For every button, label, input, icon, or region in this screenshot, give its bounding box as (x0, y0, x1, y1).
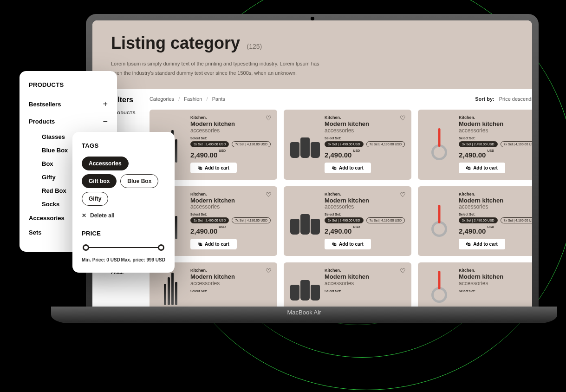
delete-all-button[interactable]: ✕ Delete all (82, 212, 165, 219)
product-subtitle: accessories (459, 280, 532, 287)
product-kicker: Kitchen. (190, 192, 271, 196)
product-price: 2,490.00USD (325, 227, 405, 235)
heart-icon[interactable]: ♡ (266, 267, 272, 274)
set-option-3x[interactable]: 3x Set | 2,490.00 USD (325, 141, 364, 147)
set-option-3x[interactable]: 3x Set | 2,490.00 USD (190, 141, 229, 147)
min-price-label: Min. Price: 0 USD (82, 257, 120, 262)
product-kicker: Kitchen. (459, 115, 532, 120)
hero-banner: Listing category (125) Lorem Ipsum is si… (92, 20, 532, 89)
sidebar-item-products[interactable]: Products − (29, 113, 108, 130)
product-price: 2,490.00USD (190, 151, 271, 159)
breadcrumb-sep: / (178, 96, 180, 102)
set-option-7x[interactable]: 7x Set | 4,190.00 USD (501, 217, 532, 223)
set-option-7x[interactable]: 7x Set | 4,190.00 USD (501, 141, 532, 147)
product-kicker: Kitchen. (325, 192, 405, 196)
tag-gifty[interactable]: Gifty (82, 192, 108, 206)
product-subtitle: accessories (190, 280, 271, 287)
product-title: Modern kitchen (459, 274, 532, 281)
laptop-base: MacBook Air (51, 307, 557, 323)
product-kicker: Kitchen. (190, 268, 271, 273)
product-image (424, 192, 454, 250)
product-card[interactable]: ♡ Kitchen. Modern kitchen accessories Se… (284, 262, 411, 312)
product-image (290, 268, 320, 305)
price-minmax-labels: Min. Price: 0 USD Max. price: 999 USD (82, 257, 165, 262)
add-to-cart-button[interactable]: 🛍Add to cart (325, 239, 371, 249)
add-to-cart-button[interactable]: 🛍Add to cart (190, 163, 237, 173)
breadcrumb-l3[interactable]: Pants (212, 96, 225, 102)
breadcrumb-sep: / (207, 96, 208, 102)
add-to-cart-button[interactable]: 🛍Add to cart (459, 163, 505, 173)
tag-gift-box[interactable]: Gift box (82, 174, 117, 188)
select-set-label: Select Set: (190, 137, 271, 140)
product-title: Modern kitchen (190, 197, 271, 204)
set-option-7x[interactable]: 7x Set | 4,190.00 USD (366, 141, 405, 147)
add-to-cart-button[interactable]: 🛍Add to cart (190, 239, 237, 249)
set-option-7x[interactable]: 7x Set | 4,190.00 USD (232, 141, 271, 147)
heart-icon[interactable]: ♡ (400, 267, 406, 274)
product-title: Modern kitchen (325, 197, 405, 204)
set-option-7x[interactable]: 7x Set | 4,190.00 USD (366, 217, 405, 223)
max-price-label: Max. price: 999 USD (121, 257, 165, 262)
tags-heading: TAGS (82, 142, 165, 149)
product-subtitle: accessories (459, 127, 532, 134)
basket-icon: 🛍 (332, 165, 337, 170)
product-image (424, 115, 454, 173)
sort-control[interactable]: Sort by: Price descending ↓ (475, 96, 532, 102)
product-image (424, 268, 454, 305)
set-option-3x[interactable]: 3x Set | 2,490.00 USD (190, 217, 229, 223)
select-set-label: Select Set: (459, 289, 532, 293)
product-image (156, 268, 186, 305)
product-card[interactable]: ♡ Kitchen. Modern kitchen accessories Se… (284, 110, 411, 180)
product-card[interactable]: ♡ Kitchen. Modern kitchen accessories Se… (418, 262, 532, 312)
sidebar-item-label: Sets (29, 229, 41, 236)
delete-all-label: Delete all (90, 212, 115, 219)
add-to-cart-button[interactable]: 🛍Add to cart (459, 239, 505, 249)
products-panel-heading: PRODUCTS (29, 81, 108, 88)
product-price: 2,490.00USD (325, 151, 405, 159)
product-price: 2,490.00USD (190, 227, 271, 235)
slider-min-handle[interactable] (83, 244, 89, 251)
set-option-7x[interactable]: 7x Set | 4,190.00 USD (232, 217, 271, 223)
set-option-3x[interactable]: 3x Set | 2,490.00 USD (459, 141, 498, 147)
product-image (290, 115, 320, 173)
price-slider[interactable] (85, 244, 163, 251)
product-title: Modern kitchen (459, 121, 532, 128)
product-title: Modern kitchen (325, 121, 405, 128)
select-set-label: Select Set: (190, 213, 271, 216)
tag-blue-box[interactable]: Blue Box (120, 174, 158, 188)
price-heading: PRICE (82, 230, 165, 237)
select-set-label: Select Set: (190, 289, 271, 293)
product-price: 2,490.00USD (459, 151, 532, 159)
select-set-label: Select Set: (459, 137, 532, 140)
sidebar-item-label: Accessories (29, 215, 65, 222)
product-card[interactable]: ♡ Kitchen. Modern kitchen accessories Se… (418, 186, 532, 256)
product-price: 2,490.00USD (459, 227, 532, 235)
product-grid: ♡ Kitchen. Modern kitchen accessories Se… (150, 110, 532, 312)
product-subtitle: accessories (325, 280, 405, 287)
set-option-3x[interactable]: 3x Set | 2,490.00 USD (459, 217, 498, 223)
basket-icon: 🛍 (198, 242, 202, 247)
heart-icon[interactable]: ♡ (266, 114, 272, 122)
page-description: Lorem Ipsum is simply dummy text of the … (111, 59, 325, 78)
breadcrumb-l2[interactable]: Fashion (184, 96, 202, 102)
sidebar-item-label: Products (29, 118, 55, 125)
breadcrumb-l1[interactable]: Categories (150, 96, 174, 102)
product-kicker: Kitchen. (459, 192, 532, 196)
product-subtitle: accessories (459, 203, 532, 210)
close-icon: ✕ (82, 212, 86, 219)
tag-accessories[interactable]: Accessories (82, 157, 129, 170)
slider-max-handle[interactable] (158, 244, 164, 251)
heart-icon[interactable]: ♡ (400, 191, 406, 198)
product-card[interactable]: ♡ Kitchen. Modern kitchen accessories Se… (284, 186, 411, 256)
heart-icon[interactable]: ♡ (400, 114, 406, 122)
basket-icon: 🛍 (466, 165, 471, 170)
sidebar-item-bestsellers[interactable]: Bestsellers + (29, 96, 108, 113)
add-to-cart-button[interactable]: 🛍Add to cart (325, 163, 371, 173)
set-option-3x[interactable]: 3x Set | 2,490.00 USD (325, 217, 364, 223)
product-card[interactable]: ♡ Kitchen. Modern kitchen accessories Se… (418, 110, 532, 180)
product-image (290, 192, 320, 250)
product-subtitle: accessories (190, 127, 271, 134)
heart-icon[interactable]: ♡ (266, 191, 272, 198)
basket-icon: 🛍 (466, 242, 471, 247)
product-title: Modern kitchen (325, 274, 405, 281)
